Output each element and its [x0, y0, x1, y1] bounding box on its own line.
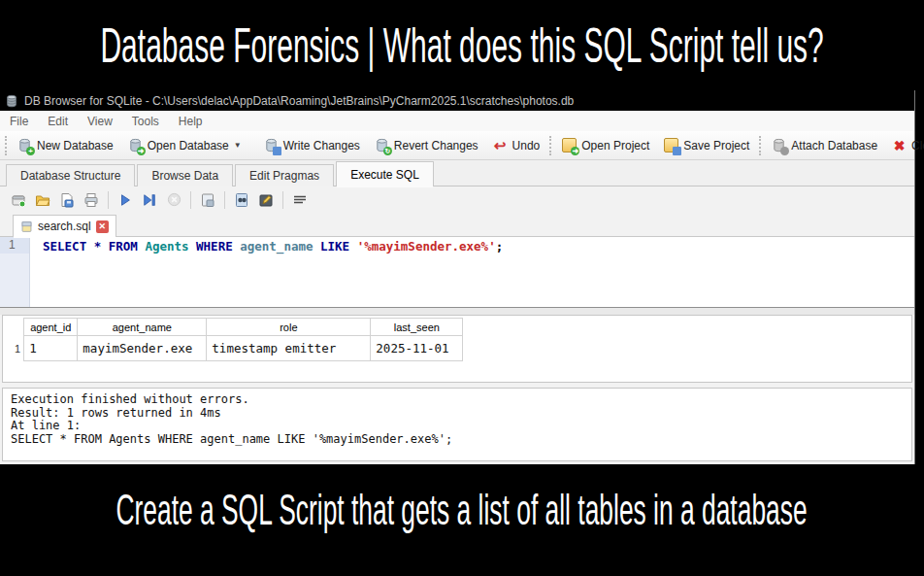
save-badge-icon: [673, 147, 681, 155]
top-banner: Database Forensics | What does this SQL …: [0, 0, 924, 90]
find-icon: [234, 192, 249, 208]
toolbar-drag-handle[interactable]: [549, 136, 551, 155]
main-tab-bar: Database Structure Browse Data Edit Prag…: [0, 160, 914, 186]
row-number-header: [12, 319, 24, 336]
sql-token: LIKE: [320, 239, 349, 254]
save-project-button[interactable]: Save Project: [656, 133, 756, 157]
menu-file[interactable]: File: [0, 111, 38, 131]
row-number[interactable]: 1: [12, 336, 24, 361]
close-database-button[interactable]: ✖ Close Database: [884, 133, 924, 157]
bottom-banner: Create a SQL Script that gets a list of …: [0, 464, 924, 576]
results-table: agent_id agent_name role last_seen 1 1 m…: [12, 318, 463, 361]
stop-icon: [167, 192, 182, 207]
play-icon: [118, 193, 132, 207]
close-tab-icon[interactable]: ✕: [96, 220, 109, 233]
open-file-icon: [35, 192, 50, 208]
tab-execute-sql[interactable]: Execute SQL: [336, 161, 434, 186]
sql-token: '%mayimSender.exe%': [357, 239, 496, 254]
sql-code-line[interactable]: SELECT * FROM Agents WHERE agent_name LI…: [30, 237, 914, 307]
line-number-gutter: 1: [0, 237, 30, 307]
execute-all-button[interactable]: [115, 189, 136, 211]
refresh-badge-icon: ↻: [383, 147, 392, 155]
execution-log: Execution finished without errors.Result…: [2, 388, 912, 461]
window-title: DB Browser for SQLite - C:\Users\delac\A…: [24, 94, 574, 108]
new-database-label: New Database: [37, 139, 114, 152]
log-line: Execution finished without errors.: [11, 393, 904, 407]
tab-browse-data[interactable]: Browse Data: [137, 164, 233, 186]
column-header-agent-name[interactable]: agent_name: [78, 319, 207, 336]
sql-token: [314, 239, 321, 254]
bottom-banner-text: Create a SQL Script that gets a list of …: [116, 486, 808, 534]
write-changes-button[interactable]: Write Changes: [256, 133, 367, 157]
undo-button[interactable]: ↩ Undo: [485, 133, 547, 157]
play-to-line-icon: [143, 193, 156, 207]
log-line: SELECT * FROM Agents WHERE agent_name LI…: [11, 433, 904, 447]
app-database-icon: [5, 94, 18, 108]
top-banner-text: Database Forensics | What does this SQL …: [100, 17, 823, 74]
sql-token: [189, 239, 197, 254]
save-sql-file-button[interactable]: [56, 189, 78, 211]
open-project-button[interactable]: ➜ Open Project: [554, 133, 656, 157]
attach-database-label: Attach Database: [791, 139, 877, 152]
open-project-icon: ➜: [561, 137, 578, 153]
toolbar-drag-handle[interactable]: [5, 136, 7, 155]
column-header-agent-id[interactable]: agent_id: [24, 319, 78, 336]
title-bar: DB Browser for SQLite - C:\Users\delac\A…: [0, 90, 914, 111]
tab-edit-pragmas[interactable]: Edit Pragmas: [235, 164, 334, 186]
open-project-label: Open Project: [581, 139, 649, 152]
execute-line-button[interactable]: [139, 189, 160, 211]
open-database-button[interactable]: ➜ Open Database ▼: [120, 133, 248, 157]
toolbar-drag-handle[interactable]: [759, 136, 761, 155]
cell-agent-id[interactable]: 1: [24, 336, 78, 361]
new-tab-icon: [11, 192, 26, 208]
column-header-role[interactable]: role: [207, 319, 371, 336]
sql-toolbar-separator: [108, 191, 109, 209]
edit-sql-button[interactable]: [255, 189, 277, 211]
menu-view[interactable]: View: [78, 111, 122, 131]
new-database-icon: +: [16, 137, 33, 153]
print-icon: [83, 192, 99, 208]
column-header-last-seen[interactable]: last_seen: [371, 319, 463, 336]
sql-editor[interactable]: 1 SELECT * FROM Agents WHERE agent_name …: [0, 237, 914, 308]
cell-agent-name[interactable]: mayimSender.exe: [78, 336, 207, 361]
cell-last-seen[interactable]: 2025-11-01: [371, 336, 463, 361]
menu-help[interactable]: Help: [169, 111, 213, 131]
find-button[interactable]: [231, 189, 252, 211]
menu-tools[interactable]: Tools: [122, 111, 169, 131]
menu-edit[interactable]: Edit: [38, 111, 78, 131]
sql-toolbar-separator: [282, 191, 283, 209]
open-database-label: Open Database: [148, 139, 229, 152]
cell-role[interactable]: timestamp emitter: [207, 336, 371, 361]
attach-database-icon: [771, 137, 787, 153]
sql-token: ;: [496, 239, 504, 254]
sql-token: WHERE: [196, 239, 233, 254]
db-browser-window: DB Browser for SQLite - C:\Users\delac\A…: [0, 90, 915, 464]
open-arrow-badge-icon: ➜: [571, 147, 579, 155]
undo-icon: ↩: [492, 137, 509, 153]
close-database-icon: ✖: [891, 137, 908, 153]
save-badge-icon: [273, 147, 281, 155]
sql-token: agent_name: [240, 239, 313, 254]
execute-sql-panel: search.sql ✕ 1 SELECT * FROM Agents WHER…: [0, 186, 914, 465]
sql-token: Agents: [145, 239, 188, 254]
log-line: At line 1:: [11, 420, 904, 433]
sql-toolbar-separator: [190, 191, 191, 209]
open-arrow-badge-icon: ➜: [137, 147, 146, 155]
open-sql-file-button[interactable]: [32, 189, 53, 211]
open-sql-tab-button[interactable]: [8, 189, 29, 211]
revert-changes-button[interactable]: ↻ Revert Changes: [367, 133, 485, 157]
menu-bar: File Edit View Tools Help: [0, 111, 914, 131]
save-results-button[interactable]: [197, 189, 218, 211]
doc-tab-search-sql[interactable]: search.sql ✕: [13, 215, 116, 237]
table-row: 1 1 mayimSender.exe timestamp emitter 20…: [12, 336, 463, 361]
new-database-button[interactable]: + New Database: [10, 133, 120, 157]
results-grid-panel: agent_id agent_name role last_seen 1 1 m…: [2, 315, 912, 383]
tab-database-structure[interactable]: Database Structure: [6, 164, 135, 186]
print-button[interactable]: [81, 189, 102, 211]
editor-results-splitter[interactable]: [0, 308, 914, 315]
doc-tab-label: search.sql: [38, 220, 91, 233]
word-wrap-button[interactable]: [289, 189, 311, 211]
main-toolbar: + New Database ➜ Open Database ▼ Write C…: [0, 131, 914, 160]
write-changes-label: Write Changes: [283, 139, 360, 152]
attach-database-button[interactable]: Attach Database: [764, 133, 884, 157]
